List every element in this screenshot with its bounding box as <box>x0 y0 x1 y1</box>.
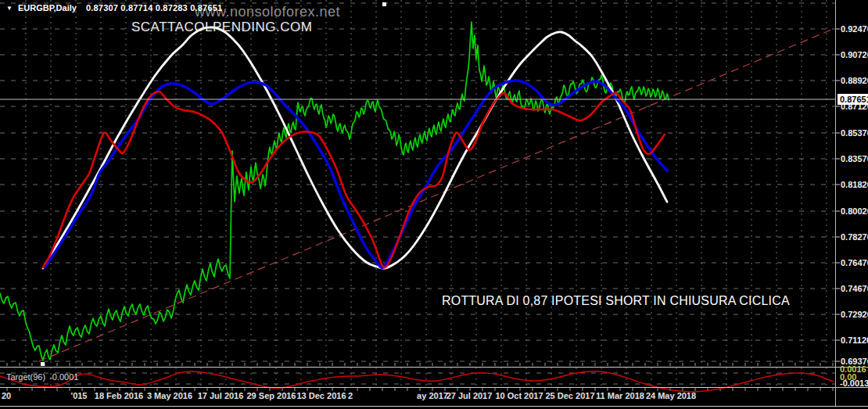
date-axis-label: ay 2017 <box>417 391 448 400</box>
ohlc-values: 0.87307 0.87714 0.87283 0.87651 <box>86 3 222 13</box>
price-axis-label: 0.80020 <box>841 206 868 216</box>
date-axis-label: 3 May 2016 <box>147 391 192 400</box>
price-axis-label: 0.85370 <box>841 128 868 138</box>
indicator-axis-label: -0.0013 <box>840 379 868 388</box>
price-axis-label: 0.72920 <box>841 310 868 319</box>
trendline-line <box>39 28 835 361</box>
date-axis-label: 25 Dec 2017 <box>546 391 595 400</box>
price-line <box>0 22 669 361</box>
slow-ma-line <box>45 81 667 267</box>
panel-separator-bottom[interactable] <box>0 387 868 388</box>
price-axis-label: 0.88920 <box>841 76 868 85</box>
indicator-name: Target(96) <box>6 372 45 382</box>
date-axis-label: 18 Feb 2016 <box>95 391 143 400</box>
panel-separator-top[interactable] <box>0 367 868 368</box>
date-axis-label: 20 <box>2 391 11 400</box>
chart-window: ▼ EURGBP,Daily 0.87307 0.87714 0.87283 0… <box>0 0 868 409</box>
selection-handle[interactable] <box>41 362 45 366</box>
chart-annotation: ROTTURA DI 0,87 IPOTESI SHORT IN CHIUSUR… <box>442 294 790 308</box>
selection-handle[interactable] <box>382 2 386 6</box>
date-axis-label: 29 Sep 2016 <box>247 391 296 400</box>
price-axis-label: 0.78270 <box>841 232 868 242</box>
price-axis-label: 0.92470 <box>841 24 868 34</box>
date-axis-label: '015 <box>71 391 88 400</box>
price-axis-label: 0.90720 <box>841 50 868 59</box>
date-axis-label: 17 Jul 2016 <box>198 391 244 400</box>
price-chart-canvas[interactable] <box>0 0 868 409</box>
symbol-period-label: EURGBP,Daily <box>18 3 77 13</box>
date-axis-label: 11 Mar 2018 <box>596 391 644 400</box>
date-axis-label: 2 <box>348 391 353 400</box>
fast-ma-line <box>43 91 665 267</box>
date-axis-label: 27 Jul 2017 <box>447 391 493 400</box>
date-axis-label: 13 Dec 2016 <box>297 391 346 400</box>
watermark-brand: SCATTACOLPENDING.COM <box>131 20 312 35</box>
date-axis-label: 24 May 2018 <box>646 391 696 400</box>
current-price-tag: 0.87651 <box>838 94 868 105</box>
window-bottom-border <box>0 406 868 407</box>
price-axis-label: 0.76470 <box>841 258 868 267</box>
symbol-header: ▼ EURGBP,Daily 0.87307 0.87714 0.87283 0… <box>6 3 222 13</box>
price-axis-label: 0.74670 <box>841 284 868 293</box>
target-line <box>0 371 834 392</box>
indicator-label: Target(96)-0.0001 <box>6 372 82 382</box>
date-axis-label: 10 Oct 2017 <box>495 391 543 400</box>
indicator-value: -0.0001 <box>49 372 78 382</box>
price-axis-label: 0.81820 <box>841 180 868 189</box>
cycle-line <box>43 27 667 268</box>
price-axis-label: 0.83570 <box>841 154 868 163</box>
dropdown-arrow-icon: ▼ <box>6 5 13 12</box>
price-axis-label: 0.71120 <box>841 335 868 345</box>
scale-border <box>835 0 836 406</box>
